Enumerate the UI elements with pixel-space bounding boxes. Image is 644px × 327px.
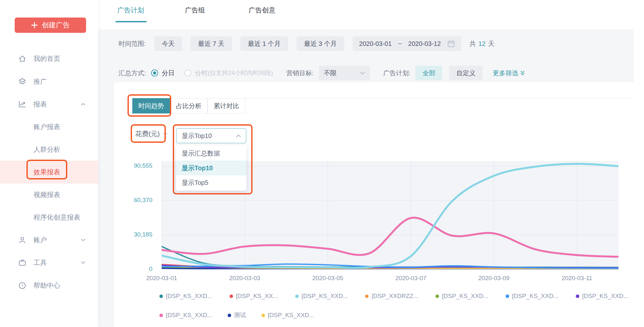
legend-item[interactable]: [DSP_KS_XXD... <box>435 293 488 300</box>
sidebar-item-home[interactable]: 我的首页 <box>0 47 98 70</box>
metric-selector-value: 花费(元) <box>135 129 160 138</box>
sidebar-item-audience-analysis[interactable]: 人群分析 <box>0 138 98 161</box>
legend-item[interactable]: [DSP_KS_XXD... <box>576 293 629 300</box>
legend-dot <box>295 294 299 298</box>
option-show-top5[interactable]: 显示Top5 <box>176 175 246 190</box>
time-range-row: 时间范围: 今天 最近 7 天 最近 1 个月 最近 3 个月 2020-03-… <box>119 36 494 51</box>
tab-ad-plan[interactable]: 广告计划 <box>117 6 144 15</box>
sidebar-item-help-center[interactable]: ? 帮助中心 <box>0 274 98 297</box>
legend-dot <box>365 294 369 298</box>
total-days-value: 12 <box>479 40 486 47</box>
marketing-goal-select[interactable]: 不限 <box>319 66 370 80</box>
campaign-custom-chip[interactable]: 自定义 <box>449 66 482 80</box>
topn-select[interactable]: 显示Top10 <box>176 128 246 143</box>
option-show-summary[interactable]: 显示汇总数据 <box>176 146 246 161</box>
metric-selector[interactable]: 花费(元) <box>135 129 167 138</box>
y-tick-label: 90,555 <box>124 162 152 169</box>
range-1month-button[interactable]: 最近 1 个月 <box>240 36 288 51</box>
date-separator: ~ <box>398 40 402 47</box>
date-end: 2020-03-12 <box>408 40 441 47</box>
legend-item[interactable]: [DSP_XXDRZZ... <box>365 293 418 300</box>
sidebar-item-label: 账户报表 <box>33 122 60 131</box>
legend-label: [DSP_KS_XXD... <box>268 312 314 319</box>
tab-cumulative-compare[interactable]: 累计对比 <box>208 98 245 113</box>
chevron-down-icon <box>360 72 365 75</box>
sidebar-item-reports[interactable]: 报表 <box>0 93 98 116</box>
calendar-icon <box>447 40 455 47</box>
sidebar-item-video-report[interactable]: 视频报表 <box>0 183 98 206</box>
user-icon <box>18 236 26 244</box>
legend-item[interactable]: [DSP_KS_XXD... <box>506 293 559 300</box>
total-days: 共 12 天 <box>470 40 494 48</box>
total-days-prefix: 共 <box>470 40 476 48</box>
legend-item[interactable]: [DSP_KS_XXD... <box>159 312 212 319</box>
campaign-filter-label: 广告计划: <box>383 69 411 77</box>
legend-label: [DSP_KS_XXD... <box>512 293 559 300</box>
radio-hourly-note: (仅支持24小时内时间段) <box>208 69 273 77</box>
sidebar-item-promotion[interactable]: 推广 <box>0 70 98 93</box>
radio-hourly[interactable] <box>184 69 191 76</box>
toolbox-icon <box>18 258 26 267</box>
option-show-top10[interactable]: 显示Top10 <box>176 161 246 175</box>
sidebar-item-account-report[interactable]: 账户报表 <box>0 115 98 138</box>
sidebar-item-label: 视频报表 <box>33 190 60 199</box>
legend-label: [DSP_KS_XXD... <box>166 293 212 300</box>
date-range-picker[interactable]: 2020-03-01 ~ 2020-03-12 <box>353 36 461 51</box>
x-tick-label: 2020-03-07 <box>387 275 435 282</box>
marketing-goal-label: 营销目标: <box>286 69 314 77</box>
radio-hourly-label[interactable]: 分时 <box>195 69 208 77</box>
date-start: 2020-03-01 <box>359 40 392 47</box>
legend-dot <box>159 314 163 317</box>
more-filters-label: 更多筛选 <box>493 69 518 77</box>
campaign-all-chip[interactable]: 全部 <box>415 66 442 80</box>
chevron-down-icon <box>80 237 86 243</box>
create-ad-button[interactable]: 创建广告 <box>15 18 86 33</box>
sidebar-item-programmatic-creative-report[interactable]: 程序化创意报表 <box>0 206 98 229</box>
legend-dot <box>435 294 439 298</box>
sidebar: 创建广告 我的首页 推广 报表 账户报表 <box>0 0 98 327</box>
x-tick-label: 2020-03-09 <box>470 275 518 282</box>
radio-daily[interactable] <box>151 69 158 76</box>
range-3months-button[interactable]: 最近 3 个月 <box>296 36 344 51</box>
legend-label: [DSP_KS_XXD... <box>166 312 212 319</box>
sidebar-item-label: 报表 <box>33 100 47 109</box>
chevron-up-icon <box>236 134 241 137</box>
sidebar-item-label: 工具 <box>33 258 47 267</box>
svg-text:?: ? <box>21 283 24 288</box>
legend-item[interactable]: [DSP_KS_XXD... <box>159 293 212 300</box>
tab-time-trend[interactable]: 时间趋势 <box>132 98 170 113</box>
legend-item[interactable]: 测试 <box>228 311 246 319</box>
chevron-up-icon <box>80 101 86 107</box>
tab-ad-group[interactable]: 广告组 <box>185 6 205 15</box>
chart-legend-row-2: [DSP_KS_XXD...测试[DSP_KS_XXD... <box>159 311 314 319</box>
aggregation-label: 汇总方式: <box>119 69 146 77</box>
total-days-suffix: 天 <box>488 40 494 48</box>
aggregation-row: 汇总方式: 分日 分时 (仅支持24小时内时间段) 营销目标: 不限 广告计划:… <box>119 66 525 80</box>
x-tick-label: 2020-03-01 <box>138 275 186 282</box>
legend-label: 测试 <box>234 311 246 319</box>
sidebar-item-effect-report[interactable]: 效果报表 <box>0 161 98 184</box>
sidebar-item-tools[interactable]: 工具 <box>0 251 98 274</box>
radio-daily-label[interactable]: 分日 <box>162 69 175 77</box>
range-7days-button[interactable]: 最近 7 天 <box>191 36 232 51</box>
tab-share-analysis[interactable]: 占比分析 <box>170 98 208 113</box>
range-today-button[interactable]: 今天 <box>154 36 182 51</box>
legend-dot <box>261 314 265 317</box>
legend-label: [DSP_KS_XX... <box>236 293 278 300</box>
sidebar-item-label: 人群分析 <box>33 145 60 154</box>
x-tick-label: 2020-03-05 <box>304 275 352 282</box>
page: 创建广告 我的首页 推广 报表 账户报表 <box>0 0 644 327</box>
y-tick-label: 0 <box>124 265 152 272</box>
sidebar-item-account[interactable]: 账户 <box>0 229 98 251</box>
legend-item[interactable]: [DSP_KS_XX... <box>230 293 278 300</box>
legend-item[interactable]: [DSP_KS_XXD... <box>295 293 348 300</box>
legend-dot <box>230 294 233 298</box>
legend-label: [DSP_KS_XXD... <box>302 293 348 300</box>
active-tab-underline <box>115 21 147 22</box>
more-filters-button[interactable]: 更多筛选 <box>493 69 525 77</box>
y-tick-label: 60,370 <box>124 197 152 204</box>
entity-tab-bar: 广告计划 广告组 广告创意 <box>98 0 644 29</box>
tab-ad-creative[interactable]: 广告创意 <box>249 6 275 15</box>
legend-item[interactable]: [DSP_KS_XXD... <box>261 312 314 319</box>
sidebar-item-label: 我的首页 <box>33 54 60 63</box>
